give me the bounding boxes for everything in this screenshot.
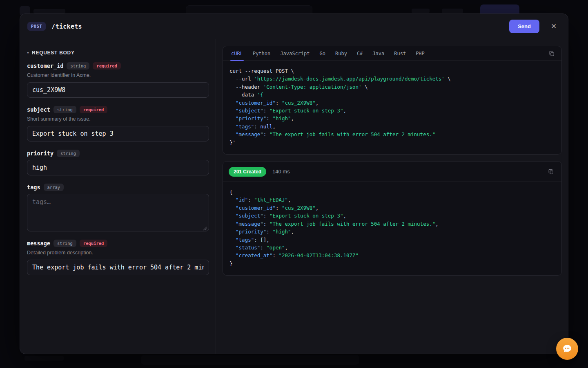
code-line: --url 'https://jamdesk-docs.jamdesk.app/… [229, 75, 555, 83]
field-customer_id: customer_idstringrequiredCustomer identi… [27, 62, 209, 98]
copy-icon [548, 50, 555, 57]
close-icon: ✕ [551, 22, 557, 30]
field-description: Detailed problem description. [27, 250, 209, 256]
code-response-panel: cURLPythonJavaScriptGoRubyC#JavaRustPHP … [216, 39, 568, 354]
request-body-fields: customer_idstringrequiredCustomer identi… [27, 62, 209, 275]
request-body-section-head[interactable]: ▾ REQUEST BODY [27, 50, 209, 56]
send-button[interactable]: Send [509, 20, 539, 33]
screen: POST /tickets Send ✕ ▾ REQUEST BODY cust… [0, 0, 588, 368]
tab-go[interactable]: Go [315, 46, 330, 61]
field-input-subject[interactable] [27, 126, 209, 141]
code-line: --header 'Content-Type: application/json… [229, 83, 555, 91]
field-head: prioritystring [27, 150, 209, 157]
field-description: Short summary of the issue. [27, 116, 209, 122]
tab-c[interactable]: C# [352, 46, 368, 61]
tab-curl[interactable]: cURL [226, 46, 248, 61]
http-method-badge: POST [27, 22, 46, 31]
tab-javascript[interactable]: JavaScript [275, 46, 314, 61]
chevron-down-icon: ▾ [27, 51, 29, 55]
field-head: subjectstringrequired [27, 106, 209, 113]
type-badge: string [57, 150, 80, 157]
copy-response-button[interactable] [546, 167, 556, 177]
code-line: "tags": null, [229, 123, 555, 130]
modal-body: ▾ REQUEST BODY customer_idstringrequired… [20, 39, 568, 354]
code-line: "subject": "Export stuck on step 3", [229, 212, 555, 220]
response-latency: 140 ms [272, 168, 290, 175]
field-name: tags [27, 184, 40, 191]
code-line: }' [229, 139, 555, 146]
tab-rust[interactable]: Rust [389, 46, 411, 61]
field-tags: tagsarray [27, 184, 209, 231]
request-body-panel: ▾ REQUEST BODY customer_idstringrequired… [20, 39, 216, 354]
response-header: 201 Created 140 ms [223, 162, 561, 182]
field-name: subject [27, 106, 50, 113]
curl-code-block: curl --request POST \ --url 'https://jam… [223, 61, 561, 154]
request-body-title: REQUEST BODY [32, 50, 75, 56]
code-line: --data '{ [229, 91, 555, 99]
field-head: messagestringrequired [27, 240, 209, 247]
field-input-customer_id[interactable] [27, 82, 209, 98]
code-line: "customer_id": "cus_2X9W8", [229, 99, 555, 107]
response-card: 201 Created 140 ms { "id": "tkt_FEDAJ", … [223, 161, 562, 276]
code-line: "created_at": "2026-04-02T13:04:38.107Z" [229, 251, 555, 259]
field-head: customer_idstringrequired [27, 62, 209, 70]
code-line: "subject": "Export stuck on step 3", [229, 107, 555, 114]
tab-ruby[interactable]: Ruby [330, 46, 352, 61]
textarea-wrap [27, 194, 209, 231]
code-sample-card: cURLPythonJavaScriptGoRubyC#JavaRustPHP … [223, 46, 562, 155]
type-badge: string [53, 106, 76, 113]
code-line: "priority": "high", [229, 114, 555, 122]
endpoint-path: /tickets [51, 23, 82, 30]
modal-header: POST /tickets Send ✕ [20, 14, 568, 39]
language-tabbar: cURLPythonJavaScriptGoRubyC#JavaRustPHP [223, 46, 561, 61]
field-description: Customer identifier in Acme. [27, 72, 209, 78]
required-badge: required [93, 62, 121, 70]
code-line: } [229, 260, 555, 267]
language-tabs: cURLPythonJavaScriptGoRubyC#JavaRustPHP [226, 46, 430, 61]
required-badge: required [80, 240, 108, 247]
type-badge: array [44, 184, 64, 191]
field-name: customer_id [27, 63, 63, 69]
chat-launcher-button[interactable] [556, 338, 578, 360]
tab-java[interactable]: Java [368, 46, 389, 61]
code-line: "priority": "high", [229, 228, 555, 236]
field-subject: subjectstringrequiredShort summary of th… [27, 106, 209, 141]
field-name: message [27, 240, 50, 247]
required-badge: required [80, 106, 108, 113]
code-line: "customer_id": "cus_2X9W8", [229, 204, 555, 212]
close-button[interactable]: ✕ [548, 20, 560, 33]
chat-bubble-icon [562, 343, 572, 354]
copy-code-button[interactable] [547, 49, 557, 58]
status-badge: 201 Created [229, 167, 266, 177]
field-input-priority[interactable] [27, 160, 209, 175]
copy-icon [548, 168, 554, 175]
field-input-tags[interactable] [27, 194, 209, 231]
field-name: priority [27, 150, 53, 157]
code-line: "message": "The export job fails with er… [229, 130, 555, 138]
code-line: "message": "The export job fails with er… [229, 220, 555, 228]
field-priority: prioritystring [27, 150, 209, 175]
field-message: messagestringrequiredDetailed problem de… [27, 240, 209, 275]
tab-php[interactable]: PHP [411, 46, 430, 61]
tab-python[interactable]: Python [248, 46, 275, 61]
api-playground-modal: POST /tickets Send ✕ ▾ REQUEST BODY cust… [20, 13, 568, 354]
code-line: curl --request POST \ [229, 67, 555, 75]
type-badge: string [67, 62, 89, 70]
code-line: "status": "open", [229, 244, 555, 251]
code-line: "tags": [], [229, 236, 555, 244]
type-badge: string [53, 240, 76, 247]
field-input-message[interactable] [27, 260, 209, 275]
code-line: { [229, 188, 555, 196]
response-json-block: { "id": "tkt_FEDAJ", "customer_id": "cus… [223, 182, 561, 275]
code-line: "id": "tkt_FEDAJ", [229, 196, 555, 204]
field-head: tagsarray [27, 184, 209, 191]
